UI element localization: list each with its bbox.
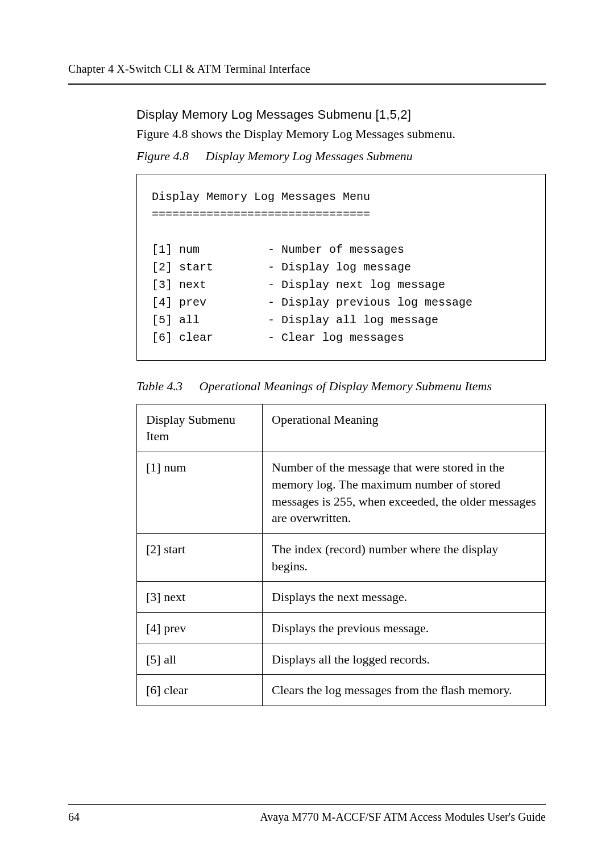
intro-paragraph: Figure 4.8 shows the Display Memory Log … bbox=[136, 126, 546, 143]
figure-caption-title: Display Memory Log Messages Submenu bbox=[206, 149, 413, 163]
table-row: [5] all Displays all the logged records. bbox=[137, 644, 546, 675]
table-caption-label: Table 4.3 bbox=[136, 379, 182, 393]
table-cell-val: The index (record) number where the disp… bbox=[263, 533, 546, 581]
main-content: Display Memory Log Messages Submenu [1,5… bbox=[136, 107, 546, 706]
submenu-heading: Display Memory Log Messages Submenu [1,5… bbox=[136, 107, 546, 122]
figure-caption: Figure 4.8 Display Memory Log Messages S… bbox=[136, 149, 546, 164]
code-listing: Display Memory Log Messages Menu =======… bbox=[136, 174, 546, 361]
table-cell-val: Displays the previous message. bbox=[263, 612, 546, 644]
table-caption-title: Operational Meanings of Display Memory S… bbox=[200, 379, 492, 393]
table-cell-key: [1] num bbox=[137, 452, 263, 534]
footer-title: Avaya M770 M-ACCF/SF ATM Access Modules … bbox=[260, 811, 546, 824]
table-cell-key: [3] next bbox=[137, 582, 263, 613]
table-cell-key: [2] start bbox=[137, 533, 263, 581]
table-cell-val: Displays the next message. bbox=[263, 582, 546, 613]
table-row: [4] prev Displays the previous message. bbox=[137, 612, 546, 644]
table-row: [1] num Number of the message that were … bbox=[137, 452, 546, 534]
meanings-table: Display Submenu Item Operational Meaning… bbox=[136, 404, 546, 706]
table-header-row: Display Submenu Item Operational Meaning bbox=[137, 404, 546, 452]
table-cell-key: [6] clear bbox=[137, 675, 263, 706]
page-footer: 64 Avaya M770 M-ACCF/SF ATM Access Modul… bbox=[68, 804, 546, 824]
figure-caption-label: Figure 4.8 bbox=[136, 149, 189, 163]
running-head: Chapter 4 X-Switch CLI & ATM Terminal In… bbox=[68, 62, 546, 76]
table-row: [3] next Displays the next message. bbox=[137, 582, 546, 613]
table-cell-key: [4] prev bbox=[137, 612, 263, 644]
table-row: [6] clear Clears the log messages from t… bbox=[137, 675, 546, 706]
table-cell-val: Displays all the logged records. bbox=[263, 644, 546, 675]
table-header-right: Operational Meaning bbox=[263, 404, 546, 452]
footer-page-number: 64 bbox=[68, 811, 80, 824]
table-cell-val: Clears the log messages from the flash m… bbox=[263, 675, 546, 706]
table-cell-val: Number of the message that were stored i… bbox=[263, 452, 546, 534]
table-row: [2] start The index (record) number wher… bbox=[137, 533, 546, 581]
header-rule bbox=[68, 84, 546, 85]
table-cell-key: [5] all bbox=[137, 644, 263, 675]
table-caption: Table 4.3 Operational Meanings of Displa… bbox=[136, 379, 546, 394]
table-header-left: Display Submenu Item bbox=[137, 404, 263, 452]
